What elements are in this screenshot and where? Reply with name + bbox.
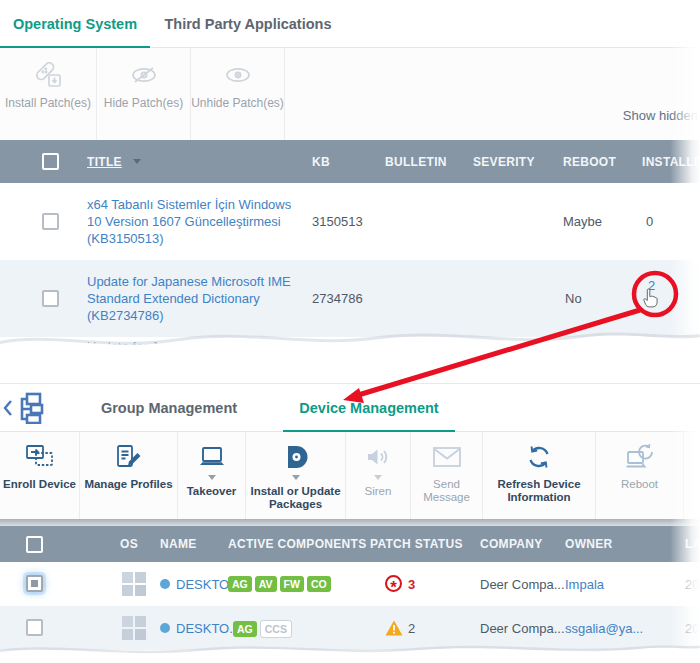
manage-profiles-label: Manage Profiles (84, 478, 172, 491)
show-hidden-link[interactable]: Show hidden (623, 108, 698, 123)
row-checkbox[interactable] (42, 290, 59, 307)
tab-label: Operating System (13, 16, 137, 32)
warning-patch-icon (385, 620, 403, 636)
windows-logo-icon (122, 572, 146, 596)
component-badges: AGCCS (233, 620, 295, 638)
column-reboot[interactable]: REBOOT (563, 155, 616, 169)
enroll-device-icon (25, 441, 55, 473)
tab-group-management[interactable]: Group Management (80, 384, 258, 432)
patch-management-panel: Operating System Third Party Application… (0, 0, 700, 362)
install-patches-button[interactable]: Install Patch(es) (0, 48, 97, 140)
install-packages-caret-icon (292, 475, 300, 480)
column-os[interactable]: OS (120, 537, 138, 551)
refresh-device-button[interactable]: Refresh Device Information (483, 432, 596, 519)
select-all-checkbox[interactable] (42, 153, 59, 170)
takeover-caret-icon (208, 475, 216, 480)
hide-eye-icon (127, 59, 161, 91)
kb-value: 2734786 (312, 345, 363, 360)
device-row: DESKTO... AGAVFWCO 3 Deer Compa... Impal… (0, 562, 700, 606)
hide-patches-button[interactable]: Hide Patch(es) (97, 48, 191, 140)
reboot-value: No (565, 291, 582, 306)
device-table-header: OS NAME ACTIVE COMPONENTS PATCH STATUS C… (0, 526, 700, 562)
horizontal-scrollbar[interactable] (0, 519, 700, 526)
patch-title-link[interactable]: x64 Tabanlı Sistemler İçin Windows 10 Ve… (87, 196, 302, 247)
siren-button[interactable]: Siren (346, 432, 411, 519)
column-company[interactable]: COMPANY (480, 537, 543, 551)
installed-count: 0 (646, 214, 653, 229)
manage-profiles-icon (115, 441, 143, 473)
owner-link[interactable]: ssgalia@ya... (565, 621, 643, 636)
device-toolbar: Enroll Device Manage Profiles (0, 432, 700, 519)
installed-count-link[interactable]: 2 (648, 278, 655, 293)
column-kb[interactable]: KB (312, 155, 330, 169)
company-value: Deer Compa... (480, 577, 565, 592)
reboot-value: Maybe (563, 214, 602, 229)
device-name-link[interactable]: DESKTO... (176, 621, 240, 636)
back-chevron-icon[interactable] (3, 399, 13, 417)
column-installed[interactable]: INSTALLED (642, 155, 700, 169)
takeover-button[interactable]: Takeover (178, 432, 246, 519)
unhide-patches-button[interactable]: Unhide Patch(es) (191, 48, 285, 140)
critical-patch-icon (385, 575, 402, 592)
reboot-label: Reboot (621, 478, 658, 491)
siren-icon (365, 441, 391, 473)
badge-ag: AG (233, 621, 257, 637)
send-message-button[interactable]: Send Message (411, 432, 483, 519)
column-patch-status[interactable]: PATCH STATUS (370, 537, 463, 551)
patch-toolbar: Install Patch(es) Hide Patch(es) (0, 48, 700, 140)
group-tree-icon[interactable] (17, 392, 51, 424)
last-activity-partial: 20 (685, 577, 699, 592)
takeover-icon (197, 441, 227, 473)
row-checkbox[interactable] (26, 619, 43, 636)
column-bulletin[interactable]: BULLETIN (385, 155, 447, 169)
component-badges: AGAVFWCO (228, 576, 334, 592)
badge-fw: FW (280, 576, 304, 592)
kb-value: 2734786 (312, 291, 363, 306)
refresh-device-label: Refresh Device Information (483, 478, 595, 504)
install-patches-label: Install Patch(es) (5, 96, 91, 110)
column-owner[interactable]: OWNER (565, 537, 613, 551)
takeover-label: Takeover (187, 485, 237, 498)
row-checkbox[interactable] (42, 213, 59, 230)
reboot-icon (625, 441, 655, 473)
siren-caret-icon (374, 475, 382, 480)
tab-operating-system[interactable]: Operating System (0, 0, 150, 48)
column-title[interactable]: TITLE (87, 155, 122, 169)
manage-profiles-button[interactable]: Manage Profiles (80, 432, 178, 519)
sort-caret-icon (133, 159, 141, 164)
column-last-partial[interactable]: LA (685, 537, 700, 551)
install-packages-button[interactable]: Install or Update Packages (246, 432, 346, 519)
screenshot-stage: Operating System Third Party Application… (0, 0, 700, 663)
siren-label: Siren (365, 485, 392, 498)
badge-co: CO (307, 576, 331, 592)
row-checkbox[interactable] (26, 575, 43, 592)
patch-title-link: Update for Japanese Microsoft IME (87, 339, 291, 354)
owner-link[interactable]: Impala (565, 577, 604, 592)
refresh-icon (526, 441, 552, 473)
column-active-components[interactable]: ACTIVE COMPONENTS (228, 537, 366, 551)
badge-ccs: CCS (260, 620, 292, 638)
patch-title-link[interactable]: Update for Japanese Microsoft IME Standa… (87, 273, 302, 324)
badge-av: AV (255, 576, 277, 592)
column-name[interactable]: NAME (160, 537, 197, 551)
kb-value: 3150513 (312, 214, 363, 229)
patch-count[interactable]: 2 (408, 621, 415, 636)
send-message-icon (432, 441, 462, 473)
device-list-panel: Group Management Device Management Enrol… (0, 383, 700, 663)
tab-third-party-applications[interactable]: Third Party Applications (158, 0, 338, 48)
patch-count[interactable]: 3 (408, 577, 415, 592)
tab-device-management[interactable]: Device Management (283, 384, 455, 432)
reboot-button[interactable]: Reboot (596, 432, 684, 519)
company-value: Deer Compa... (480, 621, 565, 636)
enroll-device-label: Enroll Device (3, 478, 76, 491)
select-all-checkbox[interactable] (26, 536, 43, 553)
patch-row-partial: Update for Japanese Microsoft IME 273478… (0, 337, 700, 362)
column-severity[interactable]: SEVERITY (473, 155, 535, 169)
hide-patches-label: Hide Patch(es) (104, 96, 183, 110)
unhide-eye-icon (221, 59, 255, 91)
enroll-device-button[interactable]: Enroll Device (0, 432, 80, 519)
patch-tabbar: Operating System Third Party Application… (0, 0, 700, 48)
badge-ag: AG (228, 576, 252, 592)
toolbar-partial-button (684, 432, 700, 519)
install-packages-icon (283, 441, 309, 473)
